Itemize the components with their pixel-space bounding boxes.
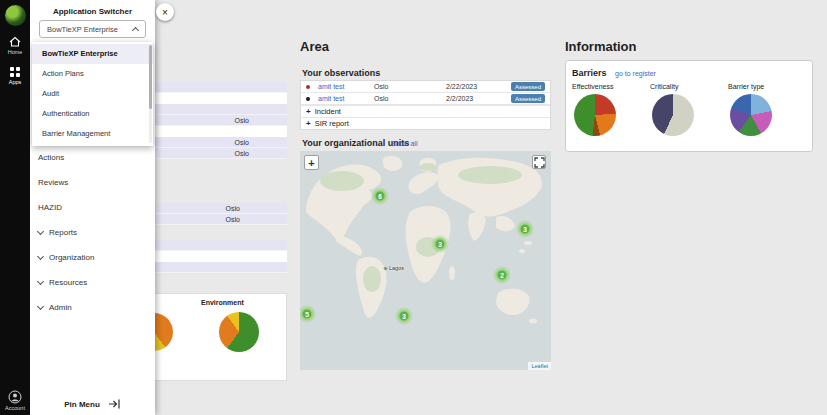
scrollbar-thumb[interactable] — [149, 45, 152, 109]
org-units-map[interactable]: + 6 3 3 2 3 5 Lagos Leaflet — [300, 151, 551, 370]
menu-item-label: Actions — [38, 153, 64, 162]
barrier-type-chart: Barrier type — [728, 83, 806, 136]
unit-cell: Oslo — [235, 117, 249, 124]
menu-item-organization[interactable]: Organization — [30, 245, 155, 270]
status-badge: Assessed — [511, 82, 545, 91]
navigation-menu: Actions Reviews HAZID Reports Organizati… — [30, 145, 155, 320]
rail-home-label: Home — [8, 49, 23, 55]
rail-item-home[interactable]: Home — [8, 36, 23, 55]
menu-item-label: Resources — [49, 278, 87, 287]
application-switcher-panel: Application Switcher BowTieXP Enterprise… — [30, 0, 155, 415]
city-name: Lagos — [389, 265, 404, 271]
observations-table: amit test Oslo 2/22/2023 Assessed amit t… — [300, 80, 551, 130]
observation-link[interactable]: amit test — [318, 83, 374, 90]
account-icon — [8, 390, 22, 404]
apps-grid-icon — [10, 67, 20, 77]
rail-item-account[interactable]: Account — [5, 390, 25, 411]
rail-account-label: Account — [5, 405, 25, 411]
effectiveness-chart: Effectiveness — [572, 83, 650, 136]
observation-row[interactable]: amit test Oslo 2/2/2023 Assessed — [301, 93, 550, 105]
status-dot — [306, 97, 310, 101]
environment-pie-chart — [219, 312, 259, 352]
chart-label: Barrier type — [728, 83, 806, 90]
map-attribution[interactable]: Leaflet — [528, 362, 551, 370]
option-bowtiexp-enterprise[interactable]: BowTieXP Enterprise — [32, 44, 153, 64]
map-cluster-marker[interactable]: 2 — [496, 269, 509, 282]
chevron-down-icon — [37, 302, 44, 309]
barriers-title: Barriers — [572, 68, 607, 78]
world-map-graphic — [300, 151, 551, 370]
pin-menu-button[interactable]: Pin Menu — [30, 399, 155, 409]
unit-cell: Oslo — [226, 205, 240, 212]
app-rail: Home Apps Account — [0, 0, 30, 415]
barrier-type-pie — [730, 94, 772, 136]
page-title-area: Area — [300, 39, 329, 54]
barriers-card: Barriers go to register Effectiveness Cr… — [565, 60, 813, 152]
environment-label: Environment — [201, 299, 244, 306]
menu-item-hazid[interactable]: HAZID — [30, 195, 155, 220]
option-barrier-management[interactable]: Barrier Management — [32, 124, 153, 144]
bowtiexp-logo-icon — [5, 5, 26, 26]
pin-menu-label: Pin Menu — [64, 400, 100, 409]
rail-apps-label: Apps — [9, 79, 22, 85]
observations-title: Your observations — [302, 68, 380, 78]
option-action-plans[interactable]: Action Plans — [32, 64, 153, 84]
plus-icon: + — [306, 119, 311, 128]
close-menu-button[interactable]: × — [156, 3, 174, 21]
chevron-up-icon — [132, 27, 139, 34]
chevron-down-icon — [37, 277, 44, 284]
add-sir-report-row[interactable]: + SIR report — [301, 117, 550, 129]
observation-unit: Oslo — [374, 95, 446, 102]
add-sir-report-label: SIR report — [315, 119, 349, 128]
criticality-pie — [652, 94, 694, 136]
menu-item-label: Organization — [49, 253, 94, 262]
add-incident-label: Incident — [315, 107, 341, 116]
fullscreen-icon — [534, 157, 545, 168]
menu-item-label: Admin — [49, 303, 72, 312]
chevron-down-icon — [37, 227, 44, 234]
observation-link[interactable]: amit test — [318, 95, 374, 102]
menu-item-admin[interactable]: Admin — [30, 295, 155, 320]
observation-unit: Oslo — [374, 83, 446, 90]
status-dot — [306, 85, 310, 89]
map-cluster-marker[interactable]: 6 — [374, 190, 387, 203]
map-cluster-marker[interactable]: 3 — [398, 310, 411, 323]
observation-date: 2/2/2023 — [446, 95, 508, 102]
application-select-value: BowTieXP Enterprise — [47, 25, 118, 34]
page-title-information: Information — [565, 39, 637, 54]
barrier-charts: Effectiveness Criticality Barrier type — [566, 78, 812, 136]
unit-cell: Oslo — [226, 216, 240, 223]
show-all-link[interactable]: Show all — [391, 140, 417, 147]
map-zoom-in-button[interactable]: + — [304, 155, 319, 170]
map-cluster-marker[interactable]: 3 — [519, 223, 532, 236]
menu-item-resources[interactable]: Resources — [30, 270, 155, 295]
pin-menu-icon — [109, 399, 121, 409]
observation-row[interactable]: amit test Oslo 2/22/2023 Assessed — [301, 81, 550, 93]
status-badge: Assessed — [511, 94, 545, 103]
add-incident-row[interactable]: + Incident — [301, 105, 550, 117]
effectiveness-pie — [574, 94, 616, 136]
plus-icon: + — [306, 107, 311, 116]
rail-item-apps[interactable]: Apps — [9, 67, 22, 85]
application-select[interactable]: BowTieXP Enterprise — [39, 20, 146, 38]
app-window: Oslo Oslo Oslo Oslo Oslo Environment Are… — [0, 0, 827, 415]
barriers-header: Barriers go to register — [566, 61, 812, 78]
go-to-register-link[interactable]: go to register — [615, 70, 656, 77]
observation-date: 2/22/2023 — [446, 83, 508, 90]
option-audit[interactable]: Audit — [32, 84, 153, 104]
map-cluster-marker[interactable]: 3 — [434, 238, 447, 251]
menu-item-label: Reviews — [38, 178, 68, 187]
unit-cell: Oslo — [235, 150, 249, 157]
map-fullscreen-button[interactable] — [532, 155, 546, 169]
menu-item-actions[interactable]: Actions — [30, 145, 155, 170]
application-options-popup: BowTieXP Enterprise Action Plans Audit A… — [32, 42, 153, 146]
option-authentication[interactable]: Authentication — [32, 104, 153, 124]
menu-item-label: Reports — [49, 228, 77, 237]
chart-label: Effectiveness — [572, 83, 650, 90]
chart-label: Criticality — [650, 83, 728, 90]
map-city-label: Lagos — [384, 265, 404, 271]
options-scrollbar[interactable] — [149, 45, 152, 143]
menu-item-reviews[interactable]: Reviews — [30, 170, 155, 195]
menu-item-reports[interactable]: Reports — [30, 220, 155, 245]
map-cluster-marker[interactable]: 5 — [301, 308, 314, 321]
